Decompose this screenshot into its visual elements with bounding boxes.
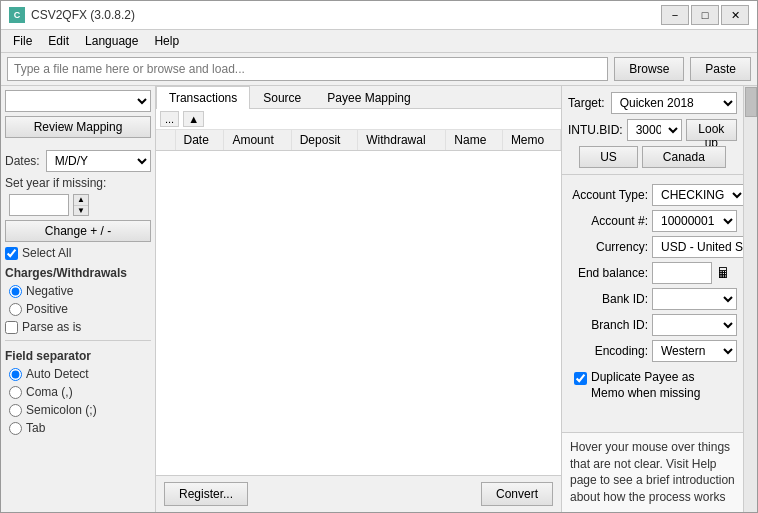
dates-label: Dates: <box>5 154 40 168</box>
dup-payee-label: Duplicate Payee as Memo when missing <box>591 370 731 401</box>
bank-id-select[interactable] <box>652 288 737 310</box>
change-button[interactable]: Change + / - <box>5 220 151 242</box>
menu-language[interactable]: Language <box>77 32 146 50</box>
tab-row: Tab <box>9 421 151 435</box>
year-input[interactable]: 2017 <box>9 194 69 216</box>
parse-as-is-checkbox[interactable] <box>5 321 18 334</box>
middle-panel: Transactions Source Payee Mapping ... ▲ … <box>156 86 562 512</box>
scrollbar-thumb[interactable] <box>745 87 757 117</box>
menu-edit[interactable]: Edit <box>40 32 77 50</box>
year-input-row: 2017 ▲ ▼ <box>9 194 151 216</box>
end-balance-input[interactable]: 0.00 <box>652 262 712 284</box>
coma-label: Coma (,) <box>26 385 73 399</box>
locale-row: US Canada <box>568 146 737 168</box>
dup-payee-row: Duplicate Payee as Memo when missing <box>568 366 737 405</box>
encoding-row: Encoding: Western <box>568 340 737 362</box>
dup-payee-checkbox[interactable] <box>574 372 587 385</box>
select-all-checkbox[interactable] <box>5 247 18 260</box>
currency-row: Currency: USD - United Sta <box>568 236 737 258</box>
set-year-label: Set year if missing: <box>5 176 151 190</box>
maximize-button[interactable]: □ <box>691 5 719 25</box>
table-toolbar: ... ▲ <box>156 109 561 130</box>
account-type-row: Account Type: CHECKING <box>568 184 737 206</box>
browse-button[interactable]: Browse <box>614 57 684 81</box>
dates-format-select[interactable]: M/D/Y <box>46 150 151 172</box>
col-check <box>156 130 175 151</box>
parse-as-is-label: Parse as is <box>22 320 81 334</box>
convert-button[interactable]: Convert <box>481 482 553 506</box>
year-spin-down[interactable]: ▼ <box>74 206 88 216</box>
account-num-row: Account #: 10000001 <box>568 210 737 232</box>
file-input[interactable] <box>7 57 608 81</box>
coma-radio[interactable] <box>9 386 22 399</box>
table-nav-up[interactable]: ▲ <box>183 111 204 127</box>
table-area: ... ▲ Date Amount Deposit Withdrawal Nam… <box>156 109 561 475</box>
canada-button[interactable]: Canada <box>642 146 726 168</box>
coma-row: Coma (,) <box>9 385 151 399</box>
menu-help[interactable]: Help <box>146 32 187 50</box>
parse-as-is-row: Parse as is <box>5 320 151 334</box>
target-row: Target: Quicken 2018 <box>568 92 737 114</box>
table-nav-dots[interactable]: ... <box>160 111 179 127</box>
menu-bar: File Edit Language Help <box>1 30 757 53</box>
field-sep-label: Field separator <box>5 349 151 363</box>
account-num-label: Account #: <box>568 214 648 228</box>
select-all-label: Select All <box>22 246 71 260</box>
account-type-select[interactable]: CHECKING <box>652 184 746 206</box>
negative-label: Negative <box>26 284 73 298</box>
col-deposit: Deposit <box>291 130 358 151</box>
paste-button[interactable]: Paste <box>690 57 751 81</box>
left-panel: Review Mapping Dates: M/D/Y Set year if … <box>1 86 156 512</box>
branch-id-label: Branch ID: <box>568 318 648 332</box>
tab-payee-mapping[interactable]: Payee Mapping <box>314 86 423 109</box>
source-dropdown[interactable] <box>5 90 151 112</box>
bank-id-row: Bank ID: <box>568 288 737 310</box>
target-select[interactable]: Quicken 2018 <box>611 92 737 114</box>
menu-file[interactable]: File <box>5 32 40 50</box>
tab-source[interactable]: Source <box>250 86 314 109</box>
tab-label: Tab <box>26 421 45 435</box>
us-button[interactable]: US <box>579 146 638 168</box>
branch-id-select[interactable] <box>652 314 737 336</box>
review-mapping-button[interactable]: Review Mapping <box>5 116 151 138</box>
help-text: Hover your mouse over things that are no… <box>562 432 743 512</box>
auto-detect-radio[interactable] <box>9 368 22 381</box>
auto-detect-row: Auto Detect <box>9 367 151 381</box>
target-label: Target: <box>568 96 605 110</box>
transactions-table: Date Amount Deposit Withdrawal Name Memo <box>156 130 561 151</box>
account-num-select[interactable]: 10000001 <box>652 210 737 232</box>
tab-bar: Transactions Source Payee Mapping <box>156 86 561 109</box>
calculator-icon[interactable]: 🖩 <box>716 265 730 281</box>
intu-bid-select[interactable]: 3000 <box>627 119 682 141</box>
year-spin-up[interactable]: ▲ <box>74 195 88 206</box>
branch-id-row: Branch ID: <box>568 314 737 336</box>
semicolon-row: Semicolon (;) <box>9 403 151 417</box>
auto-detect-label: Auto Detect <box>26 367 89 381</box>
close-button[interactable]: ✕ <box>721 5 749 25</box>
negative-radio-row: Negative <box>9 284 151 298</box>
select-all-row: Select All <box>5 246 151 260</box>
col-memo: Memo <box>502 130 560 151</box>
col-date: Date <box>175 130 224 151</box>
end-balance-row: End balance: 0.00 🖩 <box>568 262 737 284</box>
currency-select[interactable]: USD - United Sta <box>652 236 757 258</box>
dates-row: Dates: M/D/Y <box>5 150 151 172</box>
negative-radio[interactable] <box>9 285 22 298</box>
semicolon-label: Semicolon (;) <box>26 403 97 417</box>
encoding-select[interactable]: Western <box>652 340 737 362</box>
tab-transactions[interactable]: Transactions <box>156 86 250 109</box>
bank-id-label: Bank ID: <box>568 292 648 306</box>
charges-label: Charges/Withdrawals <box>5 266 151 280</box>
lookup-button[interactable]: Look up <box>686 119 737 141</box>
right-panel: Target: Quicken 2018 INTU.BID: 3000 Look… <box>562 86 757 512</box>
register-button[interactable]: Register... <box>164 482 248 506</box>
positive-radio[interactable] <box>9 303 22 316</box>
currency-label: Currency: <box>568 240 648 254</box>
tab-radio[interactable] <box>9 422 22 435</box>
toolbar: Browse Paste <box>1 53 757 86</box>
positive-radio-row: Positive <box>9 302 151 316</box>
semicolon-radio[interactable] <box>9 404 22 417</box>
col-name: Name <box>446 130 503 151</box>
end-balance-label: End balance: <box>568 266 648 280</box>
minimize-button[interactable]: − <box>661 5 689 25</box>
